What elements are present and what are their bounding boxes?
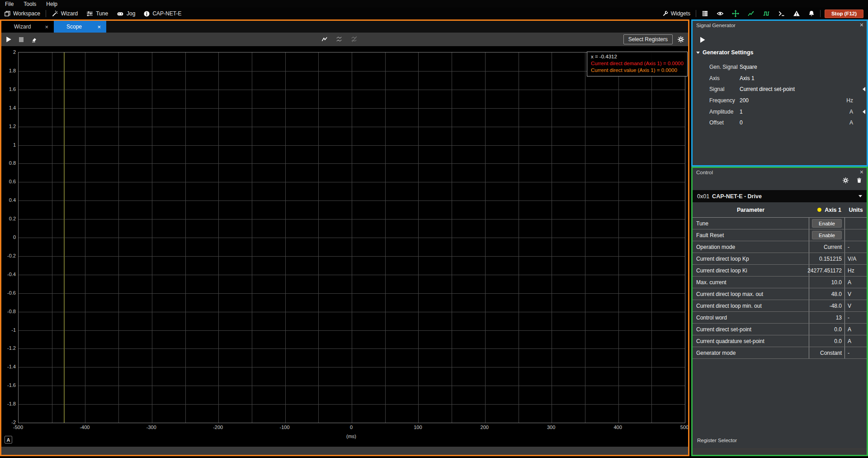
chevron-down-icon	[859, 195, 862, 197]
close-icon[interactable]: ×	[860, 168, 863, 176]
close-icon[interactable]: ×	[45, 24, 48, 30]
tune-button[interactable]: Tune	[82, 8, 112, 19]
generator-field-row: Offset0A	[693, 117, 867, 129]
field-value[interactable]: Square	[740, 64, 757, 70]
y-axis-tick-label: 0	[1, 234, 16, 240]
autoscale-button[interactable]: A	[5, 436, 12, 444]
select-registers-button[interactable]: Select Registers	[623, 34, 673, 44]
close-icon[interactable]: ×	[97, 24, 101, 30]
parameter-row: Current direct loop Ki24277.451172Hz	[693, 265, 867, 277]
workspace-button[interactable]: Workspace	[0, 8, 44, 19]
time-cursor-line[interactable]	[64, 52, 65, 423]
spinner-arrow-icon[interactable]	[863, 110, 865, 114]
generator-field-row: SignalCurrent direct set-point	[693, 84, 867, 95]
split-signals-icon[interactable]	[335, 36, 344, 43]
parameter-row: Control word13-	[693, 312, 867, 324]
field-label: Frequency	[709, 97, 735, 104]
widgets-button[interactable]: Widgets	[658, 8, 694, 19]
tab-scope[interactable]: Scope ×	[54, 21, 106, 33]
parameter-value-cell[interactable]: 0.0	[809, 335, 845, 347]
register-selector-link[interactable]: Register Selector	[697, 438, 737, 443]
field-label: Axis	[709, 75, 720, 81]
field-value[interactable]: 1	[740, 109, 743, 115]
clear-eraser-icon[interactable]	[31, 36, 38, 43]
parameter-value-cell[interactable]: Current	[809, 241, 845, 253]
grid-line-horizontal	[19, 256, 685, 257]
scope-chart-icon[interactable]	[743, 8, 759, 19]
parameter-value-cell[interactable]: 0.151215	[809, 253, 845, 264]
jog-button[interactable]: Jog	[112, 8, 139, 19]
tune-label: Tune	[96, 10, 108, 17]
grid-line-horizontal	[19, 145, 685, 146]
parameter-row: Current direct loop Kp0.151215V/A	[693, 253, 867, 265]
field-value[interactable]: Current direct set-point	[740, 86, 795, 92]
tune-enable-button[interactable]: Enable	[812, 219, 842, 228]
signal-generator-wave-icon[interactable]	[759, 8, 774, 19]
fault-reset-enable-button[interactable]: Enable	[812, 231, 842, 239]
workspace-label: Workspace	[13, 10, 40, 17]
field-value[interactable]: Axis 1	[740, 75, 755, 81]
parameter-units: V	[845, 300, 867, 311]
cursor-tooltip: x = -0.4312 Current direct demand (Axis …	[587, 52, 688, 76]
scope-settings-gear-icon[interactable]	[677, 36, 684, 43]
generator-field-row: Frequency200Hz	[693, 95, 867, 106]
parameter-value-cell[interactable]: 10.0	[809, 277, 845, 288]
wizard-label: Wizard	[61, 10, 78, 17]
parameter-value-cell[interactable]: Constant	[809, 347, 845, 358]
scope-plot[interactable]	[18, 52, 685, 423]
scope-play-icon[interactable]	[6, 36, 12, 43]
parameter-value-cell[interactable]: 24277.451172	[809, 265, 845, 276]
motion-move-icon[interactable]	[728, 8, 743, 19]
menu-help[interactable]: Help	[41, 1, 62, 7]
field-value[interactable]: 0	[740, 119, 743, 126]
generator-settings-fields: Gen. SignalSquareAxisAxis 1SignalCurrent…	[693, 62, 867, 129]
jog-label: Jog	[127, 10, 135, 17]
field-label: Gen. Signal	[709, 64, 738, 70]
grid-line-horizontal	[19, 127, 685, 127]
notifications-bell-icon[interactable]	[804, 8, 819, 19]
wizard-button[interactable]: Wizard	[47, 8, 82, 19]
x-axis-tick-label: -100	[271, 425, 298, 430]
parameter-value-cell[interactable]: 13	[809, 312, 845, 323]
grid-line-horizontal	[19, 367, 685, 367]
parameter-units	[845, 229, 867, 241]
tab-wizard[interactable]: Wizard ×	[1, 21, 54, 33]
close-icon[interactable]: ×	[860, 21, 863, 29]
registers-table-icon[interactable]	[698, 8, 712, 19]
menu-file[interactable]: File	[0, 1, 19, 7]
grid-line-horizontal	[19, 386, 685, 386]
parameter-value-cell[interactable]: 0.0	[809, 324, 845, 335]
x-axis-tick-label: 500	[671, 425, 688, 430]
merge-signals-icon[interactable]	[350, 36, 359, 43]
watch-eye-icon[interactable]	[712, 8, 728, 19]
grid-line-horizontal	[19, 90, 685, 90]
console-icon[interactable]	[774, 8, 789, 19]
device-capnete-button[interactable]: CAP-NET-E	[139, 8, 185, 19]
menu-tools[interactable]: Tools	[19, 1, 41, 7]
parameter-row: Current direct loop min. out-48.0V	[693, 300, 867, 312]
workspace-icon	[4, 10, 11, 17]
faults-warning-icon[interactable]	[789, 8, 804, 19]
parameter-name: Tune	[693, 218, 809, 229]
delete-trash-icon[interactable]	[856, 177, 862, 184]
parameter-name: Current direct loop min. out	[693, 300, 809, 311]
parameter-value-cell[interactable]: -48.0	[809, 300, 845, 311]
stop-button[interactable]: Stop (F12)	[825, 10, 863, 18]
parameter-units: -	[845, 312, 867, 323]
field-value[interactable]: 200	[740, 97, 749, 104]
device-selector[interactable]: 0x01 CAP-NET-E - Drive	[693, 190, 867, 202]
field-unit: A	[849, 119, 853, 126]
grid-line-horizontal	[19, 404, 685, 405]
show-signals-icon[interactable]	[321, 36, 329, 43]
control-settings-gear-icon[interactable]	[842, 177, 849, 184]
parameter-value-cell[interactable]: 48.0	[809, 288, 845, 300]
parameter-name: Current direct loop Ki	[693, 265, 809, 276]
parameter-table-header: Parameter Axis 1 Units	[693, 202, 867, 218]
generator-play-icon[interactable]	[700, 37, 705, 43]
parameter-name: Current quadrature set-point	[693, 335, 809, 347]
y-axis-tick-label: 0.2	[1, 216, 16, 221]
generator-settings-header[interactable]: Generator Settings	[696, 49, 754, 56]
grid-line-horizontal	[19, 219, 685, 219]
scope-stop-icon[interactable]	[19, 37, 24, 43]
spinner-arrow-icon[interactable]	[863, 87, 865, 91]
